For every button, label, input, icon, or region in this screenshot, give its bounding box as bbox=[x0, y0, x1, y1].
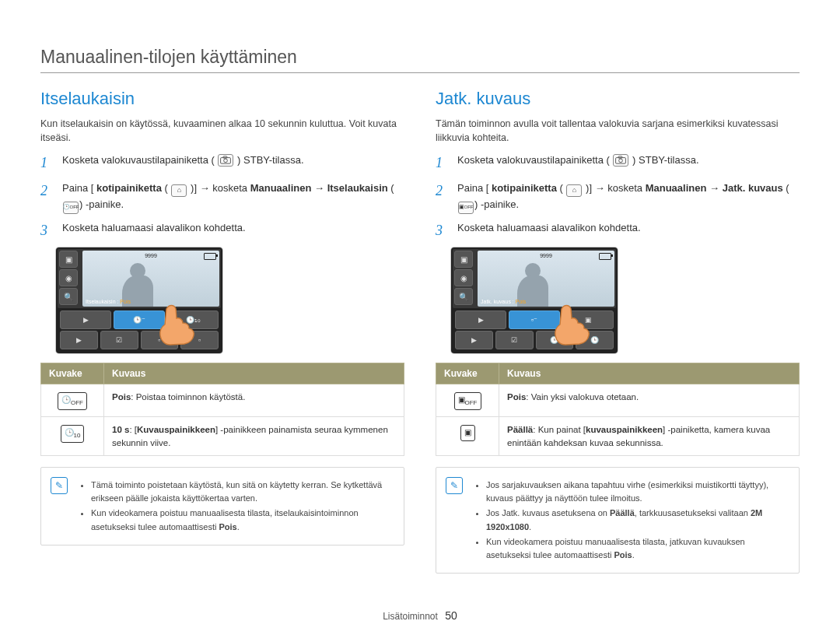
camera-screenshot-left: ▣ ◉ 🔍 9999 Itselaukaisin : Pois ▶ bbox=[56, 247, 222, 353]
svg-rect-4 bbox=[619, 156, 623, 158]
side-icons: ▣ ◉ 🔍 bbox=[453, 249, 476, 308]
steps-right: 1 Kosketa valokuvaustilapainiketta ( ) S… bbox=[436, 153, 800, 241]
svg-rect-1 bbox=[224, 156, 228, 158]
shot-counter: 9999 bbox=[145, 253, 157, 258]
cell-desc: 10 s: [Kuvauspainikkeen] -painikkeen pai… bbox=[104, 417, 404, 456]
step-text: Kosketa valokuvaustilapainiketta ( ) STB… bbox=[62, 153, 304, 174]
steps-left: 1 Kosketa valokuvaustilapainiketta ( ) S… bbox=[40, 153, 404, 241]
cell-desc: Päällä: Kun painat [kuvauspainikkeen] -p… bbox=[499, 417, 800, 456]
burst-on-icon: ▣ bbox=[460, 425, 475, 441]
step-item: 1 Kosketa valokuvaustilapainiketta ( ) S… bbox=[436, 153, 800, 174]
cell-desc: Pois: Vain yksi valokuva otetaan. bbox=[499, 384, 800, 417]
step-item: 2 Paina [ kotipainiketta ( ⌂ )] → kosket… bbox=[40, 181, 404, 213]
page-footer: Lisätoiminnot 50 bbox=[0, 609, 840, 622]
home-icon: ⌂ bbox=[566, 184, 582, 197]
overlay-value: Pois bbox=[516, 299, 527, 304]
shot-preview-area: ▣ ◉ 🔍 9999 Jatk. kuvaus : Pois bbox=[453, 249, 616, 308]
step-number: 2 bbox=[40, 181, 53, 213]
page-title: Manuaalinen-tilojen käyttäminen bbox=[40, 47, 800, 73]
note-item: Tämä toiminto poistetaan käytöstä, kun s… bbox=[91, 479, 391, 505]
opt-icon: ☑ bbox=[495, 331, 534, 349]
th-icon: Kuvake bbox=[41, 363, 104, 384]
text-bold: Kuvauspainikkeen bbox=[137, 425, 215, 434]
text: → bbox=[314, 182, 327, 194]
pointing-hand-icon bbox=[152, 303, 199, 346]
camera-icon bbox=[613, 154, 628, 167]
text: ) STBY-tilassa. bbox=[237, 154, 304, 166]
timer-off-icon: 🕒OFF bbox=[58, 392, 87, 410]
right-column: Jatk. kuvaus Tämän toiminnon avulla voit… bbox=[436, 87, 800, 574]
step-text: Kosketa haluamaasi alavalikon kohdetta. bbox=[457, 220, 641, 242]
note-icon: ✎ bbox=[446, 477, 463, 494]
text: : Vain yksi valokuva otetaan. bbox=[526, 392, 639, 402]
step-text: Paina [ kotipainiketta ( ⌂ )] → kosketa … bbox=[62, 181, 404, 213]
step-item: 3 Kosketa haluamaasi alavalikon kohdetta… bbox=[40, 220, 404, 242]
mode-icon: ▣ bbox=[59, 251, 78, 268]
camera-screenshot-right: ▣ ◉ 🔍 9999 Jatk. kuvaus : Pois ▶ bbox=[451, 247, 618, 353]
opt-play-icon: ▶ bbox=[455, 310, 506, 329]
icon-table-left: Kuvake Kuvaus 🕒OFF Pois: Poistaa toiminn… bbox=[40, 363, 404, 456]
step-number: 1 bbox=[436, 153, 448, 174]
th-icon: Kuvake bbox=[436, 363, 499, 384]
text: -painike. bbox=[481, 198, 519, 210]
table-row: ▣ Päällä: Kun painat [kuvauspainikkeen] … bbox=[436, 417, 800, 456]
camera-icon bbox=[218, 154, 233, 167]
section-title-selftimer: Itselaukaisin bbox=[40, 89, 404, 109]
step-number: 3 bbox=[436, 220, 448, 242]
timer-10-icon: 🕒10 bbox=[61, 425, 85, 443]
timer-off-icon: 🕒OFF bbox=[63, 202, 79, 214]
mode-icon: ▣ bbox=[454, 251, 473, 268]
note-icon: ✎ bbox=[51, 477, 68, 494]
opt-play-icon: ▶ bbox=[60, 310, 111, 329]
note-box-left: ✎ Tämä toiminto poistetaan käytöstä, kun… bbox=[40, 467, 404, 545]
table-row: 🕒10 10 s: [Kuvauspainikkeen] -painikkeen… bbox=[41, 417, 404, 456]
text-bold: Jatk. kuvaus bbox=[723, 182, 783, 194]
text-bold: Päällä bbox=[507, 425, 533, 434]
icon-table-right: Kuvake Kuvaus ▣OFF Pois: Vain yksi valok… bbox=[436, 363, 800, 456]
page-number: 50 bbox=[445, 609, 457, 622]
text: : [ bbox=[129, 425, 137, 434]
overlay-label: Jatk. kuvaus : Pois bbox=[481, 299, 526, 304]
columns: Itselaukaisin Kun itselaukaisin on käytö… bbox=[40, 87, 800, 574]
text: Itselaukaisin : bbox=[86, 299, 120, 304]
text: : Kun painat [ bbox=[533, 425, 586, 434]
text-bold: kuvauspainikkeen bbox=[586, 425, 663, 434]
section-title-cont: Jatk. kuvaus bbox=[436, 89, 800, 109]
note-item: Kun videokamera poistuu manuaalisesta ti… bbox=[91, 507, 391, 533]
text-bold: Pois bbox=[507, 392, 526, 402]
th-desc: Kuvaus bbox=[499, 363, 800, 384]
text-bold: Pois bbox=[219, 522, 236, 531]
step-text: Kosketa valokuvaustilapainiketta ( ) STB… bbox=[457, 153, 699, 174]
battery-icon bbox=[599, 253, 611, 260]
step-item: 3 Kosketa haluamaasi alavalikon kohdetta… bbox=[436, 220, 800, 242]
step-item: 2 Paina [ kotipainiketta ( ⌂ )] → kosket… bbox=[436, 181, 800, 213]
burst-off-icon: ▣OFF bbox=[458, 202, 474, 214]
text: : Poistaa toiminnon käytöstä. bbox=[131, 392, 245, 402]
manual-page: Manuaalinen-tilojen käyttäminen Itselauk… bbox=[0, 0, 840, 642]
table-header-row: Kuvake Kuvaus bbox=[41, 363, 404, 384]
text-bold: Manuaalinen bbox=[646, 182, 707, 194]
step-number: 2 bbox=[436, 181, 448, 213]
intro-text-right: Tämän toiminnon avulla voit tallentaa va… bbox=[436, 117, 800, 145]
note-item: Kun videokamera poistuu manuaalisesta ti… bbox=[486, 535, 786, 562]
preview: 9999 Jatk. kuvaus : Pois bbox=[478, 251, 614, 307]
step-number: 3 bbox=[40, 220, 53, 242]
opt-icon: ☑ bbox=[100, 331, 138, 349]
note-item: Jos sarjakuvauksen aikana tapahtuu virhe… bbox=[486, 479, 786, 505]
camera-icon: ◉ bbox=[454, 269, 473, 286]
cell-icon: 🕒OFF bbox=[41, 384, 104, 417]
shot-counter: 9999 bbox=[540, 253, 552, 258]
step-number: 1 bbox=[40, 153, 53, 174]
text: )] → kosketa bbox=[586, 182, 646, 194]
overlay-label: Itselaukaisin : Pois bbox=[86, 299, 131, 304]
intro-text-left: Kun itselaukaisin on käytössä, kuvaamine… bbox=[40, 117, 404, 145]
table-row: ▣OFF Pois: Vain yksi valokuva otetaan. bbox=[436, 384, 800, 417]
text: ) STBY-tilassa. bbox=[632, 154, 699, 166]
opt-icon: ▶ bbox=[60, 331, 98, 349]
pointing-hand-icon bbox=[548, 303, 594, 346]
note-item: Jos Jatk. kuvaus asetuksena on Päällä, t… bbox=[486, 507, 786, 533]
text: Kosketa valokuvaustilapainiketta ( bbox=[457, 154, 610, 166]
text: -painike. bbox=[86, 198, 124, 210]
text: Paina [ bbox=[62, 182, 93, 194]
opt-icon: ▶ bbox=[455, 331, 493, 349]
